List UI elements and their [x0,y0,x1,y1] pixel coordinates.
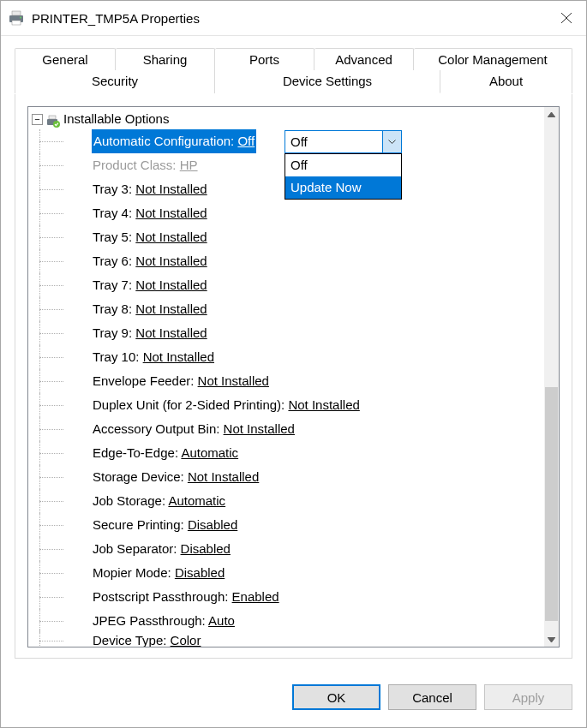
window-title: PRINTER_TMP5A Properties [32,11,547,26]
dropdown-option[interactable]: Update Now [285,176,401,199]
tree-item[interactable]: Device Type: Color [32,633,544,647]
tree-item-label: Secure Printing: [93,517,188,532]
chevron-down-icon[interactable] [382,131,401,152]
scrollbar-thumb[interactable] [545,387,558,621]
cancel-button[interactable]: Cancel [388,684,476,710]
printer-options-icon [46,112,60,126]
tab-strip: GeneralSharingPortsAdvancedColor Managem… [15,48,572,94]
tab-ports[interactable]: Ports [215,48,314,71]
tree-item-value: Auto [208,613,235,628]
dropdown-option[interactable]: Off [285,154,401,176]
tree-item-value: Not Installed [143,349,214,364]
tree-item-value: Not Installed [135,277,207,292]
tree-item-value: Disabled [175,565,225,580]
tree-item-value: Disabled [188,517,237,532]
tree-item[interactable]: Tray 10: Not Installed [32,345,544,369]
svg-rect-1 [12,11,21,15]
tree-root-label: Installable Options [63,107,169,131]
svg-rect-2 [12,21,21,25]
tree-item-label: Tray 6: [93,254,135,268]
tree-item-value: Not Installed [135,254,207,268]
tree-item-label: Storage Device: [93,469,188,484]
tree-item-label: Tray 10: [93,349,143,364]
tree-item-value: Not Installed [135,230,207,244]
tree-item-label: Accessory Output Bin: [93,421,224,436]
svg-rect-7 [49,116,56,119]
tab-device-settings[interactable]: Device Settings [215,70,440,93]
tab-advanced[interactable]: Advanced [314,48,414,71]
tree-item-value: Color [171,633,201,647]
tree-item-value: Enabled [232,589,279,604]
tree-item-label: Tray 3: [93,182,135,196]
ok-button[interactable]: OK [292,684,380,710]
tree-item-label: Duplex Unit (for 2-Sided Printing): [93,397,288,412]
tree-item-label: Tray 4: [93,206,135,220]
properties-dialog: PRINTER_TMP5A Properties GeneralSharingP… [0,0,587,728]
tree-item[interactable]: Edge-To-Edge: Automatic [32,441,544,465]
tree-item[interactable]: Envelope Feeder: Not Installed [32,369,544,393]
svg-point-3 [20,17,21,19]
tab-color-management[interactable]: Color Management [414,48,572,71]
tab-general[interactable]: General [15,48,116,71]
tree-item-label: Device Type: [93,633,171,647]
tree-item-value: HP [180,158,198,172]
tree-item-value: Disabled [181,541,231,556]
tree-item-value: Not Installed [198,373,269,388]
scroll-up-button[interactable] [544,107,559,122]
tab-about[interactable]: About [440,70,572,93]
tree-item-label: Automatic Configuration: [93,134,237,148]
tree-item-label: Mopier Mode: [93,565,175,580]
collapse-icon[interactable]: − [32,114,43,125]
tree-item-label: Job Separator: [93,541,181,556]
tree-item-label: JPEG Passthrough: [93,613,208,628]
tree-item[interactable]: Tray 5: Not Installed [32,225,544,249]
tree-item-value: Not Installed [188,469,259,484]
tree-item-label: Tray 5: [93,230,135,244]
tree-item[interactable]: Duplex Unit (for 2-Sided Printing): Not … [32,393,544,417]
tree-item[interactable]: Tray 4: Not Installed [32,201,544,225]
tree-item[interactable]: Tray 7: Not Installed [32,273,544,297]
tree-item[interactable]: Tray 6: Not Installed [32,249,544,273]
tree-item[interactable]: Job Storage: Automatic [32,489,544,513]
tree-item-value: Not Installed [224,421,295,436]
tree-item[interactable]: Mopier Mode: Disabled [32,561,544,585]
tab-panel-device-settings: − Installable Options Automatic Configur… [15,94,572,659]
tree-item-label: Tray 7: [93,277,135,292]
automatic-configuration-dropdown[interactable]: Off OffUpdate Now [285,130,402,200]
dropdown-list: OffUpdate Now [285,153,402,200]
tree-item[interactable]: Secure Printing: Disabled [32,513,544,537]
tree-item-value: Automatic [181,445,238,460]
tree-item-value: Automatic [168,493,225,508]
tree-root-installable-options[interactable]: − Installable Options [32,109,544,129]
printer-icon [8,10,25,26]
titlebar: PRINTER_TMP5A Properties [1,1,586,36]
tree-item[interactable]: Tray 9: Not Installed [32,321,544,345]
dropdown-value: Off [285,134,382,149]
tree-item-label: Tray 9: [93,325,135,340]
dialog-buttons: OK Cancel Apply [1,671,586,727]
tree-item[interactable]: Storage Device: Not Installed [32,465,544,489]
scroll-down-button[interactable] [544,632,559,647]
tab-security[interactable]: Security [15,70,215,93]
tree-item-label: Envelope Feeder: [93,373,198,388]
tree-item[interactable]: Tray 8: Not Installed [32,297,544,321]
tree-item-value: Not Installed [135,301,207,316]
close-button[interactable] [547,2,586,34]
tree-item-value: Not Installed [135,325,207,340]
tree-item-value: Not Installed [135,206,207,220]
tree-item-value: Not Installed [288,397,359,412]
tree-item-value: Not Installed [135,182,207,196]
tree-item-value: Off [237,134,255,148]
tree-item-label: Postscript Passthrough: [93,589,232,604]
vertical-scrollbar[interactable] [544,107,559,647]
tree-item-label: Edge-To-Edge: [93,445,181,460]
device-settings-tree: − Installable Options Automatic Configur… [27,106,560,647]
tree-item[interactable]: Job Separator: Disabled [32,537,544,561]
tree-item[interactable]: Accessory Output Bin: Not Installed [32,417,544,441]
tree-item-label: Job Storage: [93,493,168,508]
apply-button[interactable]: Apply [484,684,572,710]
tree-item[interactable]: Postscript Passthrough: Enabled [32,585,544,609]
tree-item-label: Tray 8: [93,301,135,316]
tree-item-label: Product Class: [93,158,180,172]
tab-sharing[interactable]: Sharing [116,48,215,71]
